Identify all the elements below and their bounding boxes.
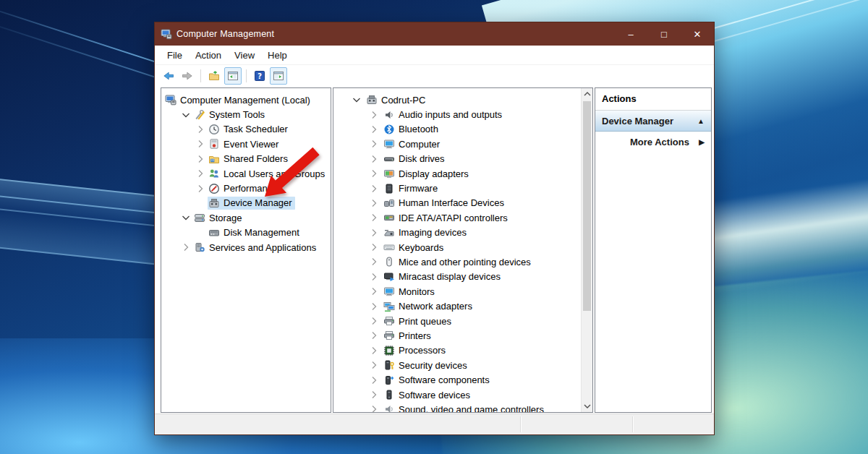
tree-item-label: System Tools <box>209 109 265 120</box>
menu-action[interactable]: Action <box>189 50 228 61</box>
menu-view[interactable]: View <box>228 50 261 61</box>
chevron-right-icon[interactable] <box>365 256 383 267</box>
back-arrow-button[interactable] <box>160 67 177 85</box>
tree-item-security-devices[interactable]: Security devices <box>333 358 581 372</box>
tree-item-monitors[interactable]: Monitors <box>333 284 581 299</box>
chevron-right-icon[interactable] <box>365 138 383 150</box>
chevron-right-icon[interactable] <box>365 359 383 371</box>
tree-item-event-viewer[interactable]: Event Viewer <box>161 137 331 151</box>
tree-item-miracast-display-devices[interactable]: Miracast display devices <box>333 270 581 284</box>
more-actions-item[interactable]: More Actions ▶ <box>595 132 711 152</box>
chevron-right-icon[interactable] <box>365 212 383 223</box>
tree-item-disk-drives[interactable]: Disk drives <box>333 152 581 166</box>
tree-item-disk-management[interactable]: Disk Management <box>161 226 331 240</box>
tree-item-keyboards[interactable]: Keyboards <box>333 240 581 254</box>
tree-item-storage[interactable]: Storage <box>161 210 331 225</box>
help-button[interactable]: ? <box>251 67 268 85</box>
computer-management-icon <box>165 94 176 106</box>
desktop-wallpaper: { "colors": { "titlebar_brown": "#6e3327… <box>0 0 868 454</box>
show-action-pane-button[interactable] <box>270 67 287 85</box>
tree-item-sound-video-and-game-controllers[interactable]: Sound, video and game controllers <box>333 402 581 413</box>
chevron-right-icon[interactable] <box>365 403 383 413</box>
tree-item-software-components[interactable]: Software components <box>333 372 581 387</box>
chevron-right-icon[interactable] <box>193 183 208 194</box>
export-list-button[interactable] <box>205 67 223 85</box>
chevron-right-icon[interactable] <box>365 374 383 386</box>
console-tree-pane: Computer Management (Local)System ToolsT… <box>161 87 331 413</box>
app-icon <box>161 28 172 40</box>
tree-item-label: Computer Management (Local) <box>180 95 310 106</box>
chevron-right-icon[interactable] <box>365 153 383 165</box>
window-controls: – □ ✕ <box>614 22 714 46</box>
chevron-right-icon[interactable] <box>365 345 383 356</box>
firmware-icon <box>383 183 395 194</box>
chevron-right-icon[interactable] <box>365 330 383 341</box>
tree-item-imaging-devices[interactable]: Imaging devices <box>333 226 581 240</box>
device-list-pane: Codrut-PCAudio inputs and outputsBluetoo… <box>333 87 593 413</box>
scrollbar-thumb[interactable] <box>583 101 591 311</box>
tree-item-printers[interactable]: Printers <box>333 328 581 343</box>
vertical-scrollbar[interactable] <box>581 88 592 412</box>
tree-item-firmware[interactable]: Firmware <box>333 181 581 195</box>
menu-help[interactable]: Help <box>261 50 294 61</box>
chevron-right-icon[interactable] <box>365 301 383 312</box>
tree-item-performance[interactable]: Performance <box>161 181 331 195</box>
chevron-right-icon[interactable] <box>365 227 383 239</box>
tree-item-human-interface-devices[interactable]: Human Interface Devices <box>333 196 581 210</box>
tree-item-mice-and-other-pointing-devices[interactable]: Mice and other pointing devices <box>333 254 581 269</box>
chevron-right-icon[interactable] <box>193 153 208 165</box>
chevron-right-icon[interactable] <box>365 183 383 194</box>
chevron-right-icon[interactable] <box>365 124 383 135</box>
tree-item-network-adapters[interactable]: Network adapters <box>333 299 581 313</box>
tree-item-services-and-applications[interactable]: Services and Applications <box>161 240 331 254</box>
chevron-right-icon[interactable] <box>193 138 208 150</box>
chevron-down-icon[interactable] <box>179 109 193 121</box>
tree-item-computer[interactable]: Computer <box>333 137 581 151</box>
menu-file[interactable]: File <box>161 50 189 61</box>
tree-item-display-adapters[interactable]: Display adapters <box>333 166 581 181</box>
chevron-right-icon[interactable] <box>365 389 383 401</box>
minimize-button[interactable]: – <box>614 22 647 46</box>
svg-text:22: 22 <box>210 158 215 162</box>
tree-item-audio-inputs-and-outputs[interactable]: Audio inputs and outputs <box>333 107 581 121</box>
show-console-tree-button[interactable] <box>224 67 242 85</box>
sound-icon <box>383 403 395 413</box>
chevron-right-icon[interactable] <box>179 241 193 253</box>
chevron-right-icon[interactable] <box>365 315 383 327</box>
chevron-right-icon[interactable] <box>365 109 383 121</box>
console-tree: Computer Management (Local)System ToolsT… <box>161 88 331 254</box>
tree-item-label: Sound, video and game controllers <box>399 404 544 413</box>
chevron-right-icon[interactable] <box>365 271 383 283</box>
chevron-down-icon[interactable] <box>179 212 193 223</box>
tree-item-bluetooth[interactable]: Bluetooth <box>333 122 581 137</box>
chevron-right-icon[interactable] <box>365 168 383 179</box>
chevron-right-icon[interactable] <box>365 197 383 209</box>
close-button[interactable]: ✕ <box>681 22 714 46</box>
scroll-up-button[interactable] <box>582 88 592 100</box>
chevron-right-icon[interactable] <box>193 168 208 179</box>
tree-item-codrut-pc[interactable]: Codrut-PC <box>333 93 581 107</box>
tree-item-computer-management-local[interactable]: Computer Management (Local) <box>161 93 331 107</box>
chevron-right-icon[interactable] <box>365 241 383 253</box>
event-viewer-icon <box>208 138 220 150</box>
tree-item-software-devices[interactable]: Software devices <box>333 387 581 402</box>
chevron-down-icon[interactable] <box>348 94 365 106</box>
title-bar[interactable]: Computer Management – □ ✕ <box>155 22 714 46</box>
chevron-right-icon[interactable] <box>193 124 208 135</box>
tree-item-processors[interactable]: Processors <box>333 343 581 358</box>
scroll-down-button[interactable] <box>582 401 592 412</box>
submenu-arrow-icon: ▶ <box>699 138 705 146</box>
chevron-right-icon[interactable] <box>365 286 383 297</box>
tree-item-print-queues[interactable]: Print queues <box>333 314 581 328</box>
tree-item-label: Keyboards <box>399 242 443 253</box>
tree-item-ide-ata-atapi-controllers[interactable]: IDE ATA/ATAPI controllers <box>333 210 581 225</box>
tree-item-shared-folders[interactable]: 22Shared Folders <box>161 152 331 166</box>
collapse-arrow-icon[interactable]: ▲ <box>697 117 705 125</box>
forward-arrow-button[interactable] <box>179 67 196 85</box>
actions-group-device-manager[interactable]: Device Manager ▲ <box>595 111 711 132</box>
tree-item-task-scheduler[interactable]: Task Scheduler <box>161 122 331 137</box>
tree-item-system-tools[interactable]: System Tools <box>161 107 331 121</box>
tree-item-local-users-and-groups[interactable]: Local Users and Groups <box>161 166 331 181</box>
tree-item-device-manager[interactable]: Device Manager <box>161 196 331 210</box>
maximize-button[interactable]: □ <box>647 22 681 46</box>
